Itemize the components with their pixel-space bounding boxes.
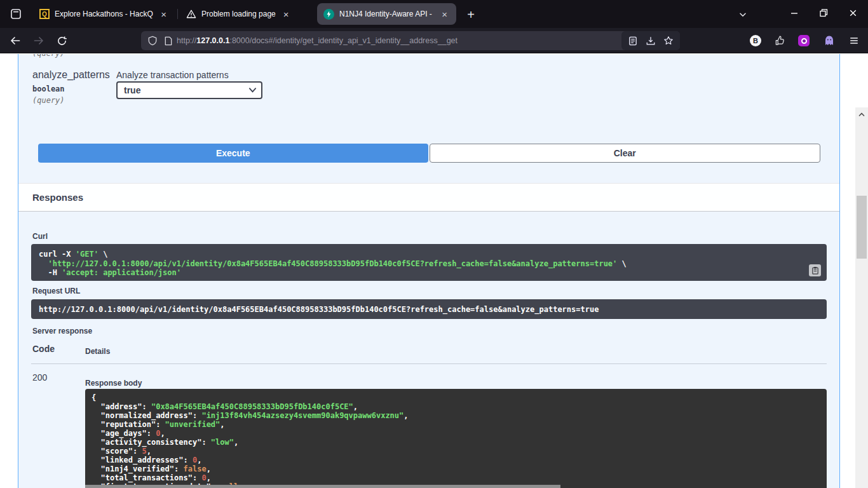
response-body-label: Response body — [85, 379, 142, 388]
tab-bar: Q Explore Hackathons - HackQues × Proble… — [0, 0, 868, 28]
url-host: 127.0.0.1 — [196, 36, 229, 45]
tab-title: Explore Hackathons - HackQues — [55, 10, 153, 18]
tab-separator — [177, 9, 178, 19]
parameter-description: Analyze transaction patterns — [116, 70, 229, 80]
back-button[interactable] — [5, 30, 25, 51]
clipboard-icon — [811, 266, 819, 274]
forward-icon — [33, 35, 44, 46]
response-body-horizontal-scrollbar[interactable] — [85, 485, 560, 488]
clear-button[interactable]: Clear — [430, 144, 821, 163]
bookmark-star-button[interactable] — [660, 32, 677, 49]
hamburger-menu-icon — [849, 36, 859, 46]
tab-problem-loading[interactable]: Problem loading page × — [180, 3, 313, 25]
menu-button[interactable] — [845, 32, 863, 50]
details-column-header: Details — [85, 347, 110, 356]
tab-close-button[interactable]: × — [158, 8, 169, 20]
b-extension-icon: B — [750, 35, 761, 46]
save-page-button[interactable] — [642, 32, 660, 49]
minimize-icon — [790, 8, 799, 17]
tab-title: N1NJ4 Identity-Aware API - Swa — [339, 10, 434, 18]
warning-icon — [186, 9, 196, 19]
parameter-location: (query) — [32, 96, 65, 105]
tab-close-button[interactable]: × — [439, 8, 450, 20]
tab-n1nj4-api-active[interactable]: N1NJ4 Identity-Aware API - Swa × — [317, 3, 456, 25]
url-text[interactable]: http://127.0.0.1:8000/docs#/identity/get… — [177, 36, 621, 45]
table-header-divider — [31, 363, 827, 364]
get-operation-block: (query) analyze_patterns boolean (query)… — [18, 54, 840, 488]
restore-icon — [819, 8, 828, 17]
new-tab-button[interactable]: + — [463, 6, 479, 23]
previous-param-location: (query) — [32, 54, 65, 58]
save-download-icon — [646, 36, 656, 46]
scrollbar-thumb[interactable] — [857, 196, 867, 259]
shield-button[interactable] — [147, 36, 158, 46]
browser-window: Q Explore Hackathons - HackQues × Proble… — [0, 0, 868, 488]
close-icon — [848, 8, 858, 18]
window-minimize-button[interactable] — [780, 0, 809, 25]
hackquest-favicon-letter: Q — [42, 11, 47, 18]
hackquest-favicon: Q — [39, 9, 50, 19]
url-bar[interactable]: http://127.0.0.1:8000/docs#/identity/get… — [141, 31, 680, 50]
curl-label: Curl — [32, 232, 48, 241]
chevron-down-icon — [738, 10, 748, 20]
lightning-icon — [325, 11, 332, 18]
tab-hackquest[interactable]: Q Explore Hackathons - HackQues × — [33, 3, 175, 25]
responses-section-header: Responses — [18, 183, 839, 212]
analyze-patterns-select[interactable]: true — [116, 81, 262, 99]
extension-like-button[interactable] — [771, 32, 789, 50]
execute-button[interactable]: Execute — [38, 144, 428, 163]
tab-title: Problem loading page — [201, 10, 276, 18]
site-info-button[interactable] — [164, 36, 173, 46]
server-response-label: Server response — [32, 327, 92, 336]
response-body-code[interactable]: { "address": "0x8a4F565EB4af450C88958333… — [85, 389, 827, 488]
request-url-label: Request URL — [32, 287, 80, 295]
responses-title: Responses — [32, 192, 83, 203]
list-all-tabs-button[interactable] — [735, 8, 751, 22]
url-path: :8000/docs#/identity/get_identity_api_v1… — [229, 36, 458, 45]
execute-wrapper: Execute Clear — [38, 144, 820, 163]
swagger-page: (query) analyze_patterns boolean (query)… — [0, 54, 868, 488]
extension-b-button[interactable]: B — [747, 32, 764, 50]
forward-button[interactable] — [29, 30, 49, 51]
status-code: 200 — [32, 372, 47, 383]
copy-to-clipboard-button[interactable] — [809, 264, 821, 276]
reader-mode-icon — [628, 36, 637, 46]
reader-mode-button[interactable] — [624, 32, 642, 49]
firefox-view-icon — [10, 8, 22, 20]
purple-extension-icon — [798, 35, 810, 46]
thumb-up-icon — [775, 36, 785, 46]
back-icon — [10, 35, 21, 46]
extension-purple-button[interactable] — [795, 32, 813, 50]
curl-command-code[interactable]: curl -X 'GET' \ 'http://127.0.0.1:8000/a… — [31, 244, 827, 281]
reload-button[interactable] — [51, 30, 72, 51]
tab-close-button[interactable]: × — [281, 8, 292, 20]
scrollbar-up-arrow[interactable] — [855, 109, 868, 120]
urlbar-action-group — [621, 31, 680, 50]
shield-icon — [147, 36, 158, 46]
navigation-toolbar: http://127.0.0.1:8000/docs#/identity/get… — [0, 28, 868, 53]
ghost-icon — [824, 35, 835, 46]
window-close-button[interactable] — [838, 0, 867, 25]
reload-icon — [57, 36, 67, 46]
firefox-view-button[interactable] — [5, 3, 27, 25]
parameter-name: analyze_patterns — [32, 69, 110, 81]
extension-ghost-button[interactable] — [820, 32, 838, 50]
star-icon — [663, 36, 674, 46]
page-vertical-scrollbar[interactable] — [855, 107, 868, 488]
purple-extension-ring — [801, 38, 807, 44]
parameter-type: boolean — [32, 85, 65, 93]
code-column-header: Code — [32, 344, 55, 354]
url-prefix: http:// — [177, 36, 196, 45]
request-url-value[interactable]: http://127.0.0.1:8000/api/v1/identity/0x… — [31, 299, 827, 319]
window-restore-button[interactable] — [809, 0, 838, 25]
fastapi-favicon — [323, 9, 334, 20]
page-icon — [164, 36, 173, 46]
